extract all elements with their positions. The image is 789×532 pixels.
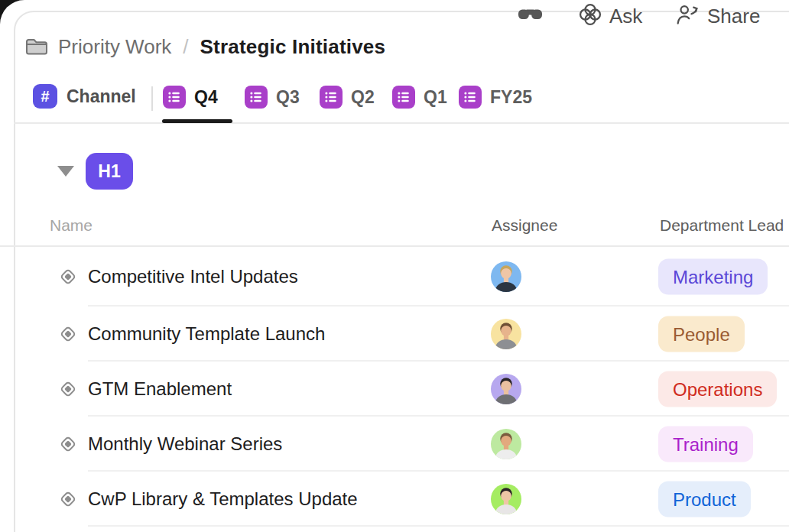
row-title: CwP Library & Templates Update xyxy=(88,488,358,510)
clover-sparkle-icon xyxy=(578,2,602,30)
group-badge[interactable]: H1 xyxy=(86,153,133,190)
tab-label: Q1 xyxy=(424,87,447,108)
tab-q2[interactable]: Q2 xyxy=(320,86,375,109)
tab-separator xyxy=(151,86,153,111)
tab-label: FY25 xyxy=(490,87,532,108)
tab-q4[interactable]: Q4 xyxy=(163,86,218,109)
tabbar-divider xyxy=(14,122,789,124)
tab-fy25[interactable]: FY25 xyxy=(459,86,532,109)
avatar[interactable] xyxy=(491,484,521,514)
table-row[interactable]: Community Template Launch People xyxy=(0,307,789,362)
row-title: Competitive Intel Updates xyxy=(88,266,298,287)
diamond-record-icon xyxy=(60,436,76,453)
share-button[interactable]: Share xyxy=(676,0,760,32)
tab-label: Q3 xyxy=(276,87,300,108)
avatar[interactable] xyxy=(491,374,521,404)
diamond-record-icon xyxy=(60,491,76,508)
page-title: Strategic Initiatives xyxy=(200,35,386,59)
department-badge[interactable]: Marketing xyxy=(658,259,768,295)
department-badge[interactable]: People xyxy=(658,316,745,352)
department-badge[interactable]: Product xyxy=(658,482,751,517)
list-icon xyxy=(459,86,482,109)
avatar[interactable] xyxy=(491,319,521,349)
group-label: H1 xyxy=(98,161,120,182)
ask-label: Ask xyxy=(609,5,642,28)
column-header-name[interactable]: Name xyxy=(50,216,93,235)
column-header-assignee[interactable]: Assignee xyxy=(492,216,557,235)
breadcrumb-separator: / xyxy=(183,35,188,59)
tab-q3[interactable]: Q3 xyxy=(245,86,300,109)
department-badge[interactable]: Training xyxy=(658,427,753,462)
department-badge[interactable]: Operations xyxy=(658,371,777,407)
table-row[interactable]: GTM Enablement Operations xyxy=(0,362,789,417)
folder-icon xyxy=(25,37,48,57)
active-tab-underline xyxy=(162,119,232,123)
column-header-department[interactable]: Department Lead xyxy=(660,216,784,235)
breadcrumb-parent[interactable]: Priority Work xyxy=(58,35,171,59)
tab-channel[interactable]: # Channel xyxy=(33,84,136,109)
row-divider xyxy=(88,525,789,527)
tab-label: Q4 xyxy=(194,87,218,108)
list-icon xyxy=(320,86,343,109)
row-title: GTM Enablement xyxy=(88,378,232,400)
diamond-record-icon xyxy=(60,268,76,285)
diamond-record-icon xyxy=(60,381,76,397)
list-icon xyxy=(392,86,415,109)
table-row[interactable]: Monthly Webinar Series Training xyxy=(0,417,789,472)
channel-label: Channel xyxy=(67,86,136,107)
list-icon xyxy=(245,86,268,109)
breadcrumb: Priority Work / Strategic Initiatives xyxy=(25,34,385,60)
caret-down-icon[interactable] xyxy=(57,166,74,177)
table-row[interactable]: Competitive Intel Updates Marketing xyxy=(0,247,789,307)
hash-icon: # xyxy=(33,84,57,109)
app-window: Priority Work / Strategic Initiatives xyxy=(0,0,789,532)
view-options-button[interactable] xyxy=(517,0,544,32)
tab-label: Q2 xyxy=(351,87,375,108)
tab-q1[interactable]: Q1 xyxy=(392,86,447,109)
row-title: Community Template Launch xyxy=(88,323,325,345)
share-label: Share xyxy=(707,5,760,28)
list-icon xyxy=(163,86,186,109)
glasses-icon xyxy=(517,6,544,26)
avatar[interactable] xyxy=(491,429,521,459)
avatar[interactable] xyxy=(491,261,521,292)
person-share-icon xyxy=(676,3,700,29)
row-title: Monthly Webinar Series xyxy=(88,433,282,455)
diamond-record-icon xyxy=(60,326,76,342)
table-row[interactable]: CwP Library & Templates Update Product xyxy=(0,472,789,527)
ask-button[interactable]: Ask xyxy=(578,0,642,32)
